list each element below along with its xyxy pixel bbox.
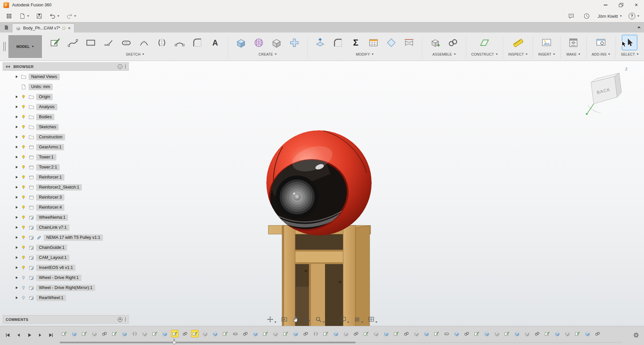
visibility-toggle[interactable] — [20, 94, 26, 99]
timeline-feature-box[interactable] — [523, 330, 531, 337]
timeline-feature-extrude[interactable] — [584, 330, 591, 337]
browser-item-label[interactable]: RearWheel:1 — [36, 295, 66, 301]
step-back-button[interactable] — [14, 331, 23, 340]
timeline-feature-box[interactable] — [493, 330, 500, 337]
browser-item[interactable]: Construction — [3, 132, 129, 142]
timeline-feature-extrude[interactable] — [423, 330, 430, 337]
ribbon-menu-add-ins[interactable]: ADD-INS — [592, 52, 610, 56]
browser-item-label[interactable]: Tower:1 — [36, 154, 56, 160]
browser-item-label[interactable]: ChainGuide:1 — [36, 245, 67, 251]
browser-item-label[interactable]: Sketches — [36, 124, 59, 130]
expand-arrow-icon[interactable] — [15, 146, 19, 148]
timeline-feature-mirror[interactable] — [312, 330, 319, 337]
ribbon-menu-make[interactable]: MAKE — [567, 52, 581, 56]
browser-item-label[interactable]: Reinforcer2_Sketch:1 — [36, 184, 82, 191]
expand-arrow-icon[interactable] — [15, 226, 19, 229]
timeline-feature-sketch[interactable] — [191, 330, 199, 337]
expand-arrow-icon[interactable] — [15, 296, 19, 299]
look-at-button[interactable] — [280, 315, 289, 324]
tool-plane-button[interactable] — [477, 35, 492, 50]
expand-arrow-icon[interactable] — [15, 126, 19, 128]
tool-scripts-button[interactable] — [593, 35, 609, 50]
visibility-toggle[interactable] — [20, 185, 26, 190]
ribbon-menu-modify[interactable]: MODIFY — [356, 52, 374, 56]
expand-arrow-icon[interactable] — [15, 156, 19, 158]
zoom-button[interactable] — [314, 315, 326, 324]
browser-item[interactable]: Tower:2:1 — [3, 162, 129, 172]
grid-snaps-button[interactable] — [353, 315, 364, 324]
browser-item-label[interactable]: GearArms:1 — [36, 144, 64, 150]
timeline-feature-extrude[interactable] — [483, 330, 490, 337]
timeline-feature-joint[interactable] — [181, 330, 189, 337]
expand-arrow-icon[interactable] — [15, 276, 19, 279]
visibility-toggle[interactable] — [20, 235, 26, 240]
timeline-playhead[interactable] — [172, 339, 176, 344]
timeline-feature-extrude[interactable] — [513, 330, 521, 337]
timeline-feature-joint[interactable] — [302, 330, 309, 337]
tool-slot-button[interactable] — [118, 35, 134, 50]
tool-sigma-button[interactable] — [348, 35, 364, 50]
save-button[interactable] — [35, 12, 44, 20]
browser-item-label[interactable]: Units: mm — [29, 84, 53, 90]
timeline-feature-box[interactable] — [91, 330, 98, 337]
browser-item-label[interactable]: Reinforcer:4 — [36, 204, 64, 211]
tool-extrude-button[interactable] — [233, 35, 249, 50]
visibility-toggle[interactable] — [20, 275, 26, 280]
ribbon-menu-insert[interactable]: INSERT — [538, 52, 555, 56]
timeline-feature-sketch[interactable] — [433, 330, 440, 337]
visibility-toggle[interactable] — [20, 195, 26, 200]
step-forward-button[interactable] — [36, 331, 45, 340]
timeline-feature-joint[interactable] — [101, 330, 108, 337]
timeline-feature-extrude[interactable] — [553, 330, 561, 337]
timeline-feature-sketch[interactable] — [362, 330, 370, 337]
browser-item-label[interactable]: ChainLink v7:1 — [36, 224, 69, 231]
timeline-feature-box[interactable] — [342, 330, 350, 337]
browser-item[interactable]: Analysis — [3, 102, 129, 112]
visibility-toggle[interactable] — [20, 225, 26, 230]
panel-grip[interactable] — [125, 64, 126, 69]
tool-rectangle-button[interactable] — [83, 35, 98, 50]
browser-item[interactable]: Named Views — [3, 72, 129, 82]
browser-item[interactable]: GearArms:1 — [3, 142, 129, 152]
viewports-button[interactable] — [367, 315, 378, 324]
tool-sketch-create-button[interactable] — [47, 35, 63, 50]
ribbon-menu-inspect[interactable]: INSPECT — [508, 52, 528, 56]
tool-pipe-button[interactable] — [286, 35, 302, 50]
timeline-feature-sketch[interactable] — [80, 330, 88, 337]
browser-item[interactable]: Reinforcer:1 — [3, 172, 129, 182]
browser-item[interactable]: Origin — [3, 92, 129, 102]
timeline-feature-sketch[interactable] — [171, 330, 178, 337]
timeline-feature-extrude[interactable] — [161, 330, 168, 337]
expand-arrow-icon[interactable] — [15, 246, 19, 249]
visibility-toggle[interactable] — [20, 114, 26, 120]
timeline-feature-sketch[interactable] — [262, 330, 269, 337]
visibility-toggle[interactable] — [20, 295, 26, 300]
visibility-toggle[interactable] — [20, 154, 26, 160]
expand-arrow-icon[interactable] — [15, 196, 19, 199]
browser-header[interactable]: BROWSER — [3, 62, 129, 71]
browser-item[interactable]: Tower:1 — [3, 152, 129, 162]
browser-item[interactable]: Wheel - Drive Right:1 — [3, 273, 129, 283]
redo-button[interactable] — [65, 12, 77, 20]
tool-mirror-button[interactable] — [154, 35, 169, 50]
toolbar-grip[interactable] — [3, 42, 6, 51]
visibility-toggle[interactable] — [20, 144, 26, 150]
ribbon-menu-select[interactable]: SELECT — [621, 52, 639, 56]
timeline-feature-extrude[interactable] — [292, 330, 299, 337]
browser-item[interactable]: Wheel - Drive Right(Mirror):1 — [3, 283, 129, 293]
view-cube[interactable]: BACK Z — [582, 65, 635, 119]
visibility-toggle[interactable] — [20, 255, 26, 260]
tool-print3d-button[interactable] — [566, 35, 581, 50]
expand-arrow-icon[interactable] — [15, 136, 19, 138]
timeline-feature-joint[interactable] — [594, 330, 601, 337]
restore-button[interactable] — [613, 0, 629, 10]
help-menu[interactable]: ? — [629, 13, 639, 19]
expand-arrow-icon[interactable] — [15, 256, 19, 259]
browser-item-label[interactable]: Construction — [36, 134, 65, 140]
browser-item[interactable]: ChainGuide:1 — [3, 243, 129, 253]
browser-item[interactable]: Bodies — [3, 112, 129, 122]
workspace-selector[interactable]: MODEL — [8, 35, 42, 58]
skip-start-button[interactable] — [3, 331, 12, 340]
timeline-feature-box[interactable] — [564, 330, 571, 337]
browser-item-label[interactable]: Analysis — [36, 104, 57, 110]
